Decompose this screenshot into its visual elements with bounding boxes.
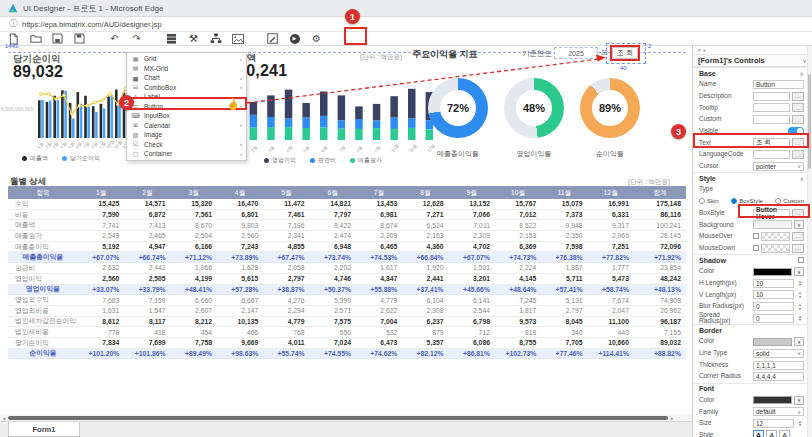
font-color-swatch[interactable] xyxy=(753,396,792,404)
underline-button[interactable]: A xyxy=(779,430,790,437)
menu-item[interactable]: ▅ Chart › xyxy=(127,73,246,83)
menu-item[interactable]: ▦ Grid › xyxy=(127,54,246,64)
spread-radius-spinner[interactable]: ▴▾ xyxy=(796,315,804,322)
menu-item[interactable]: ⊞ Calendar › xyxy=(127,121,246,131)
description-input[interactable] xyxy=(753,92,790,101)
section-base[interactable]: Base∧ xyxy=(693,67,812,79)
mouseover-checkbox[interactable] xyxy=(753,233,759,239)
font-color-dropdown-icon[interactable]: ▾ xyxy=(794,396,804,405)
prop-corner-radius: Corner Radius4,4,4,4 xyxy=(693,371,812,383)
panel-scrollbar-thumb[interactable] xyxy=(808,74,811,169)
border-color-swatch[interactable] xyxy=(753,338,792,346)
scroll-right-icon[interactable]: ▸ xyxy=(668,415,676,421)
profit-gauges: 72% 매출총이익율 48% 영업이익율 89% 순이익율 xyxy=(426,78,642,159)
expand-icon[interactable]: ▸ xyxy=(704,47,707,53)
custom-input[interactable] xyxy=(753,115,790,124)
section-border: Border xyxy=(693,324,812,336)
line-type-select[interactable]: solid∨ xyxy=(753,349,804,358)
font-size-spinner[interactable]: ▴▾ xyxy=(796,420,804,427)
url-bar[interactable]: ⓘ https://epa.bimatrix.com/AUD/designer.… xyxy=(0,17,812,32)
save-icon[interactable] xyxy=(51,33,64,45)
description-more-button[interactable]: … xyxy=(792,92,804,101)
edit-icon[interactable] xyxy=(266,33,279,45)
net-profit-value: 89,032 xyxy=(13,63,63,81)
mousedown-checkbox[interactable] xyxy=(753,245,759,251)
menu-item[interactable]: ☑ Check › xyxy=(127,140,246,150)
panel-header[interactable]: [Form1]'s Controls ∨ xyxy=(693,54,812,67)
save-all-icon[interactable] xyxy=(73,33,86,45)
mousedown-swatch[interactable] xyxy=(761,244,790,253)
panel-scrollbar[interactable] xyxy=(807,46,812,437)
h-length-spinner[interactable]: ▴▾ xyxy=(796,280,804,287)
v-length-spinner[interactable]: ▴▾ xyxy=(796,291,804,298)
tooltip-more-button[interactable]: … xyxy=(792,103,804,112)
url-text[interactable]: https://epa.bimatrix.com/AUD/designer.js… xyxy=(22,20,162,29)
properties-panel: ▾▸ [Form1]'s Controls ∨ Base∧ NameButton… xyxy=(692,46,812,437)
chevron-up-icon: ∧ xyxy=(800,175,804,182)
hierarchy-icon[interactable] xyxy=(209,33,222,45)
page-info-icon[interactable]: ⓘ xyxy=(9,20,17,28)
shadow-color-dropdown-icon[interactable]: ▾ xyxy=(794,267,804,276)
border-color-dropdown-icon[interactable]: ▾ xyxy=(794,337,804,346)
radio-skin[interactable]: Skin xyxy=(699,198,719,204)
tab-form1[interactable]: Form1 xyxy=(8,422,80,437)
menu-item[interactable]: ▢ Container › xyxy=(127,149,246,159)
languagecode-more-button[interactable]: … xyxy=(792,150,804,159)
table-row: 매출액 7,7417,413 8,6709,803 7,1969,422 8,6… xyxy=(8,220,686,231)
table-row: 매출총이익율 +67.07%+66.74% +71.12%+73.89% +67… xyxy=(8,252,686,263)
table-row: 영업외비용 1,6311,547 2,6072,147 2,2942,571 2… xyxy=(8,306,686,317)
prop-font-family: Familydefault∨ xyxy=(693,406,812,418)
run-icon[interactable]: ▶ xyxy=(288,33,301,45)
prop-cursor: Cursorpointer∨ xyxy=(693,161,812,173)
undo-icon[interactable]: ↶ xyxy=(108,33,121,45)
menu-item-icon: ▨ xyxy=(131,132,140,138)
annotation-box-toolbar xyxy=(344,27,367,45)
table-body: 수익 15,42514,571 15,32016,470 11,47214,82… xyxy=(8,199,686,359)
open-folder-icon[interactable] xyxy=(29,33,42,45)
bold-button[interactable]: A xyxy=(753,430,764,437)
menu-item-icon: ▅ xyxy=(131,75,140,81)
cursor-select[interactable]: pointer∨ xyxy=(753,162,804,171)
dropdown-arrow-icon: ∨ xyxy=(797,350,801,356)
prop-line-type: Line Typesolid∨ xyxy=(693,348,812,360)
donut-ring: 48% xyxy=(504,78,564,138)
italic-button[interactable]: A xyxy=(766,430,777,437)
table-row: 매출총이익 5,1924,947 6,1667,243 4,8556,948 6… xyxy=(8,242,686,253)
mouseover-swatch[interactable] xyxy=(761,232,790,241)
font-family-select[interactable]: default∨ xyxy=(753,407,804,416)
donut-ring: 89% xyxy=(580,78,640,138)
blur-radius-spinner[interactable]: ▴▾ xyxy=(796,303,804,310)
base-year-input[interactable]: 2025 xyxy=(554,47,598,59)
mouseover-more-button[interactable]: … xyxy=(792,232,804,241)
component-tools-icon[interactable]: ⚒ xyxy=(187,33,200,45)
tooltip-input[interactable] xyxy=(753,103,790,112)
prop-shadow-color: Color▾ xyxy=(693,266,812,278)
image-grid-icon[interactable] xyxy=(231,33,244,45)
mousedown-more-button[interactable]: … xyxy=(792,244,804,253)
sales-unit-label: (단위 : 백만원) xyxy=(360,53,402,62)
settings-gear-icon[interactable]: ⚙ xyxy=(310,33,323,45)
callout-3: 3 xyxy=(671,124,686,139)
custom-more-button[interactable]: … xyxy=(792,115,804,124)
table-row: 당기순이익 7,8347,699 7,7589,669 4,0117,024 6… xyxy=(8,338,686,349)
redo-icon[interactable]: ↷ xyxy=(130,33,143,45)
scrollbar-thumb[interactable] xyxy=(8,416,668,420)
section-style[interactable]: Style∧ xyxy=(693,172,812,184)
design-canvas[interactable]: 1443 당기순이익 89,032 6,000,000,000 1월2월3월4월… xyxy=(0,46,692,437)
pin-icon[interactable]: ▾ xyxy=(698,47,701,53)
menu-item[interactable]: ▨ Image xyxy=(127,130,246,140)
scroll-left-icon[interactable]: ◂ xyxy=(0,415,8,421)
dataset-icon[interactable] xyxy=(165,33,178,45)
prop-mouseover: MouseOver… xyxy=(693,231,812,243)
menu-item[interactable]: ▤ MX-Grid xyxy=(127,64,246,74)
shadow-checkbox[interactable] xyxy=(798,257,804,263)
prop-font-color: Color▾ xyxy=(693,394,812,406)
languagecode-input[interactable] xyxy=(753,150,790,159)
shadow-color-swatch[interactable] xyxy=(753,268,792,276)
horizontal-scrollbar[interactable]: ◂ ▸ xyxy=(0,414,692,421)
gauges-title: 주요이익율 지표 xyxy=(412,48,478,61)
background-select[interactable] xyxy=(753,220,792,229)
background-dropdown-icon[interactable]: ▾ xyxy=(794,220,804,229)
menu-item[interactable]: ⊟ ComboBox › xyxy=(127,83,246,93)
annotation-box-text-prop xyxy=(693,133,809,148)
